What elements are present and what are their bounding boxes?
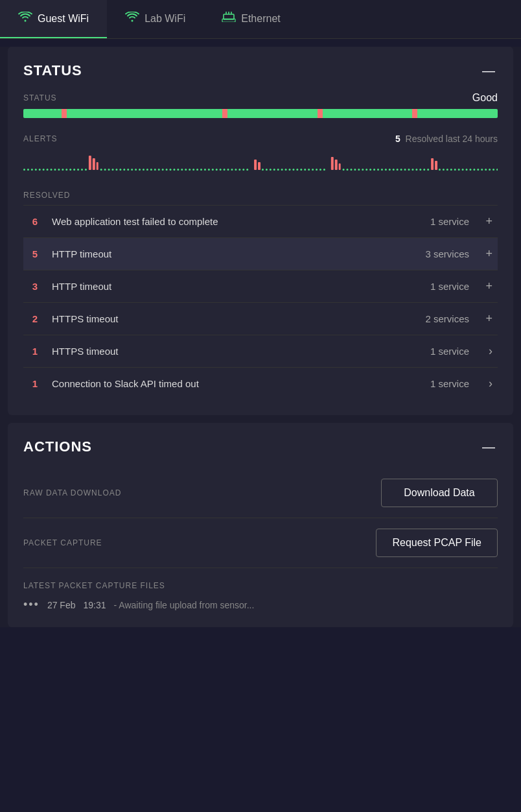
table-row[interactable]: 1 HTTPS timeout 1 service › <box>23 335 498 368</box>
svg-rect-6 <box>27 169 29 171</box>
svg-rect-95 <box>377 169 379 171</box>
svg-rect-92 <box>365 169 367 171</box>
row-name: HTTPS timeout <box>47 303 397 335</box>
pcap-files-label: LATEST PACKET CAPTURE FILES <box>23 581 498 590</box>
svg-rect-112 <box>443 169 445 171</box>
status-collapse-btn[interactable]: — <box>480 64 498 77</box>
packet-capture-label: PACKET CAPTURE <box>23 538 102 547</box>
svg-rect-124 <box>489 169 491 171</box>
svg-rect-118 <box>466 169 468 171</box>
svg-rect-94 <box>373 169 375 171</box>
pcap-message: - Awaiting file upload from sensor... <box>114 600 255 610</box>
svg-rect-9 <box>39 169 41 171</box>
pcap-time: 19:31 <box>84 600 106 610</box>
svg-rect-101 <box>400 169 402 171</box>
svg-rect-23 <box>93 158 95 170</box>
svg-rect-96 <box>381 169 383 171</box>
pcap-date: 27 Feb <box>47 600 76 610</box>
actions-section: ACTIONS — RAW DATA DOWNLOAD Download Dat… <box>8 423 513 627</box>
status-section-header: STATUS — <box>23 62 498 79</box>
row-action[interactable]: + <box>474 238 498 270</box>
svg-rect-71 <box>281 169 283 171</box>
download-data-btn[interactable]: Download Data <box>381 479 498 507</box>
svg-rect-68 <box>270 169 272 171</box>
svg-rect-83 <box>331 157 334 170</box>
svg-rect-53 <box>208 169 210 171</box>
svg-rect-117 <box>462 169 464 171</box>
svg-rect-18 <box>73 169 75 171</box>
svg-rect-123 <box>485 169 487 171</box>
svg-rect-104 <box>411 169 413 171</box>
svg-rect-86 <box>343 169 345 171</box>
status-bar-label: STATUS <box>23 93 57 102</box>
svg-rect-126 <box>496 169 498 171</box>
row-name: HTTP timeout <box>47 270 397 303</box>
tab-lab-wifi[interactable]: Lab WiFi <box>107 0 203 38</box>
svg-rect-30 <box>119 169 121 171</box>
table-row[interactable]: 6 Web application test failed to complet… <box>23 206 498 238</box>
svg-rect-33 <box>131 169 133 171</box>
row-action[interactable]: › <box>474 335 498 368</box>
table-row[interactable]: 3 HTTP timeout 1 service + <box>23 270 498 303</box>
svg-rect-59 <box>231 169 233 171</box>
svg-rect-119 <box>469 169 471 171</box>
svg-rect-115 <box>454 169 456 171</box>
svg-rect-26 <box>104 169 106 171</box>
svg-rect-109 <box>431 158 434 170</box>
raw-data-label: RAW DATA DOWNLOAD <box>23 488 121 497</box>
table-row[interactable]: 2 HTTPS timeout 2 services + <box>23 303 498 335</box>
svg-rect-97 <box>385 169 387 171</box>
svg-rect-80 <box>316 169 318 171</box>
svg-rect-37 <box>146 169 148 171</box>
row-action[interactable]: + <box>474 270 498 303</box>
tab-ethernet-label: Ethernet <box>241 13 280 25</box>
row-action[interactable]: + <box>474 303 498 335</box>
svg-rect-85 <box>339 163 341 170</box>
svg-rect-10 <box>43 169 45 171</box>
svg-rect-65 <box>258 162 260 170</box>
svg-rect-91 <box>362 169 364 171</box>
divider-2 <box>23 567 498 568</box>
row-count: 3 <box>23 270 47 303</box>
alerts-count: 5 Resolved last 24 hours <box>395 134 498 144</box>
svg-rect-55 <box>216 169 218 171</box>
svg-rect-48 <box>189 169 191 171</box>
svg-rect-57 <box>224 169 226 171</box>
svg-rect-98 <box>389 169 391 171</box>
alerts-row: ALERTS 5 Resolved last 24 hours <box>23 134 498 144</box>
svg-rect-88 <box>350 169 352 171</box>
svg-rect-77 <box>304 169 306 171</box>
svg-rect-70 <box>277 169 279 171</box>
row-name: HTTP timeout <box>47 238 397 270</box>
table-row[interactable]: 1 Connection to Slack API timed out 1 se… <box>23 368 498 400</box>
svg-rect-63 <box>246 169 248 171</box>
row-services: 2 services <box>397 303 474 335</box>
actions-title: ACTIONS <box>23 438 92 455</box>
tab-lab-wifi-label: Lab WiFi <box>145 13 185 25</box>
tab-guest-wifi[interactable]: Guest WiFi <box>0 0 107 38</box>
svg-rect-114 <box>450 169 452 171</box>
row-action[interactable]: + <box>474 206 498 238</box>
svg-rect-100 <box>397 169 399 171</box>
status-bar-fill <box>23 109 498 118</box>
row-count: 2 <box>23 303 47 335</box>
actions-collapse-btn[interactable]: — <box>480 440 498 453</box>
svg-rect-105 <box>415 169 417 171</box>
svg-rect-84 <box>335 160 338 170</box>
svg-rect-25 <box>100 169 102 171</box>
row-name: Web application test failed to complete <box>47 206 397 238</box>
row-action[interactable]: › <box>474 368 498 400</box>
main-content: STATUS — STATUS Good ALERTS 5 Resolved l… <box>0 47 521 627</box>
svg-rect-82 <box>323 169 325 171</box>
row-services: 1 service <box>397 206 474 238</box>
request-pcap-btn[interactable]: Request PCAP File <box>376 529 498 557</box>
pcap-dots: ••• <box>23 598 40 612</box>
table-row[interactable]: 5 HTTP timeout 3 services + <box>23 238 498 270</box>
svg-rect-19 <box>77 169 79 171</box>
svg-rect-45 <box>177 169 179 171</box>
svg-rect-122 <box>481 169 483 171</box>
svg-rect-110 <box>435 161 437 170</box>
tab-ethernet[interactable]: Ethernet <box>203 0 298 38</box>
status-section: STATUS — STATUS Good ALERTS 5 Resolved l… <box>8 47 513 415</box>
svg-rect-61 <box>238 169 240 171</box>
